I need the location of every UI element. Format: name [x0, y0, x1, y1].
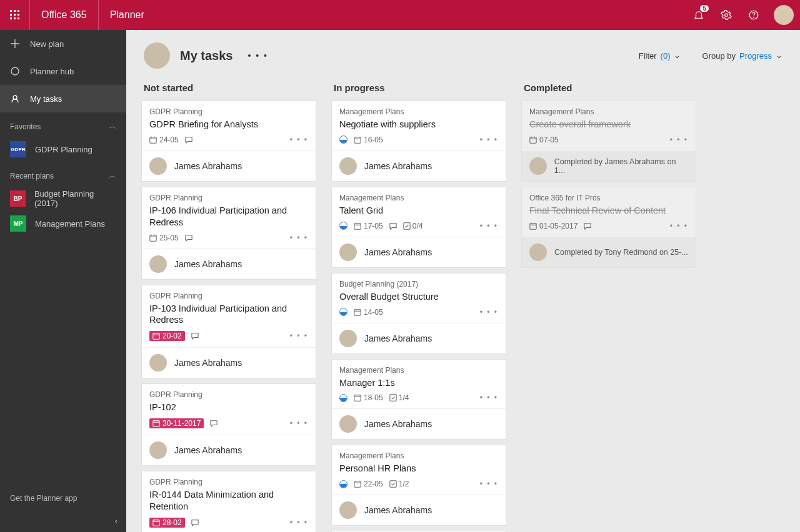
card-title: IP-106 Individual Participation and Redr…: [149, 205, 308, 229]
column-title: In progress: [331, 77, 506, 101]
card-more-icon[interactable]: • • •: [480, 135, 498, 144]
app-launcher-icon[interactable]: [0, 0, 30, 30]
avatar: [149, 157, 167, 175]
svg-rect-8: [18, 17, 19, 19]
recent-plan[interactable]: MP Management Plans: [0, 211, 126, 236]
task-card[interactable]: Management PlansNegotiate with suppliers…: [331, 101, 506, 182]
avatar: [149, 255, 167, 273]
svg-rect-3: [10, 14, 12, 16]
due-date: 20-02: [149, 331, 185, 341]
collapse-nav-icon[interactable]: ‹: [0, 513, 126, 532]
svg-rect-1: [14, 10, 16, 12]
task-card[interactable]: Budget Planning (2017)Overall Budget Str…: [331, 273, 506, 354]
task-card[interactable]: GDPR PlanningIP-106 Individual Participa…: [141, 187, 316, 280]
plan-tile: BP: [10, 190, 26, 207]
group-by-button[interactable]: Group by Progress ⌄: [702, 51, 782, 61]
settings-icon[interactable]: [712, 0, 740, 30]
card-more-icon[interactable]: • • •: [480, 393, 498, 402]
card-plan: Management Plans: [339, 366, 498, 375]
card-more-icon[interactable]: • • •: [290, 518, 308, 527]
avatar: [339, 415, 357, 433]
more-icon[interactable]: • • •: [248, 51, 268, 61]
my-tasks-link[interactable]: My tasks: [0, 85, 126, 112]
svg-rect-5: [18, 14, 19, 16]
svg-rect-18: [153, 520, 159, 525]
card-title: IR-0144 Data Minimization and Retention: [149, 489, 308, 513]
task-card[interactable]: Management PlansCreate overall framework…: [521, 101, 696, 182]
card-title: Negotiate with suppliers: [339, 119, 498, 131]
avatar: [339, 330, 357, 347]
card-more-icon[interactable]: • • •: [290, 234, 308, 242]
due-date: 01-05-2017: [529, 222, 578, 230]
card-more-icon[interactable]: • • •: [480, 222, 498, 230]
card-title: Manager 1:1s: [339, 377, 498, 389]
checklist: 1/2: [389, 480, 409, 488]
progress-icon: [339, 480, 348, 488]
get-app-link[interactable]: Get the Planner app: [0, 484, 126, 513]
card-plan: Management Plans: [339, 451, 498, 460]
avatar: [339, 501, 357, 519]
card-more-icon[interactable]: • • •: [670, 135, 688, 144]
app-name[interactable]: Planner: [99, 9, 156, 21]
comments-icon: [389, 222, 397, 230]
task-card[interactable]: Management PlansPersonal HR Plans22-051/…: [331, 445, 506, 526]
card-plan: GDPR Planning: [149, 107, 308, 116]
svg-rect-4: [14, 14, 16, 16]
svg-rect-20: [354, 223, 361, 229]
task-card[interactable]: GDPR PlanningIP-103 Individual Participa…: [141, 285, 316, 379]
completed-by: Completed by Tony Redmond on 25-...: [522, 237, 696, 267]
task-card[interactable]: Office 365 for IT ProsFinal Technical Re…: [521, 187, 696, 268]
recent-header[interactable]: Recent plans ︿: [0, 162, 126, 186]
svg-rect-19: [354, 137, 361, 143]
card-plan: Management Plans: [339, 194, 498, 202]
card-plan: Management Plans: [529, 107, 688, 116]
avatar: [149, 441, 167, 459]
card-more-icon[interactable]: • • •: [480, 308, 498, 317]
card-more-icon[interactable]: • • •: [480, 480, 498, 488]
task-card[interactable]: GDPR PlanningIR-0144 Data Minimization a…: [141, 471, 316, 532]
progress-icon: [339, 394, 348, 402]
new-plan-button[interactable]: New plan: [0, 30, 126, 57]
suite-brand[interactable]: Office 365: [30, 0, 99, 30]
chevron-down-icon: ⌄: [674, 51, 681, 60]
new-plan-label: New plan: [30, 39, 64, 49]
task-card[interactable]: GDPR PlanningGDPR Briefing for Analysts2…: [141, 101, 316, 182]
card-more-icon[interactable]: • • •: [290, 332, 308, 340]
card-plan: Office 365 for IT Pros: [529, 194, 688, 202]
favorites-header[interactable]: Favorites ︿: [0, 112, 126, 137]
card-plan: GDPR Planning: [149, 390, 308, 399]
main-area: My tasks • • • Filter (0) ⌄ Group by Pro…: [126, 30, 800, 532]
task-card[interactable]: GDPR PlanningIP-10230-11-2017• • •James …: [141, 383, 316, 466]
svg-rect-23: [354, 395, 361, 401]
svg-rect-2: [18, 10, 19, 12]
my-tasks-label: My tasks: [30, 94, 62, 104]
favorite-plan[interactable]: GDPR GDPR Planning: [0, 137, 126, 162]
comments-icon: [210, 420, 218, 427]
planner-hub-link[interactable]: Planner hub: [0, 57, 126, 85]
user-avatar: [144, 42, 170, 69]
help-icon[interactable]: [740, 0, 768, 30]
due-date: 14-05: [354, 308, 383, 317]
card-more-icon[interactable]: • • •: [290, 135, 308, 144]
recent-plan[interactable]: BP Budget Planning (2017): [0, 186, 126, 211]
user-avatar[interactable]: [774, 5, 794, 25]
notifications-icon[interactable]: 5: [685, 0, 712, 30]
page-header: My tasks • • • Filter (0) ⌄ Group by Pro…: [126, 30, 800, 75]
hub-label: Planner hub: [30, 67, 74, 76]
comments-icon: [584, 222, 591, 230]
assignee: James Abrahams: [332, 495, 506, 525]
chevron-up-icon: ︿: [109, 121, 116, 132]
card-more-icon[interactable]: • • •: [670, 222, 688, 230]
task-card[interactable]: Management PlansTalent Grid17-050/4• • •…: [331, 187, 506, 268]
assignee: James Abrahams: [142, 348, 316, 378]
task-card[interactable]: Management PlansManager 1:1s18-051/4• • …: [331, 359, 506, 440]
due-date: 07-05: [529, 135, 559, 144]
card-more-icon[interactable]: • • •: [290, 419, 308, 428]
filter-button[interactable]: Filter (0) ⌄: [639, 51, 681, 61]
card-plan: Budget Planning (2017): [339, 280, 498, 288]
assignee: James Abrahams: [142, 435, 316, 465]
card-title: IP-103 Individual Participation and Redr…: [149, 303, 308, 327]
comments-icon: [191, 332, 199, 340]
svg-point-9: [725, 14, 728, 17]
plan-tile: MP: [10, 215, 26, 232]
